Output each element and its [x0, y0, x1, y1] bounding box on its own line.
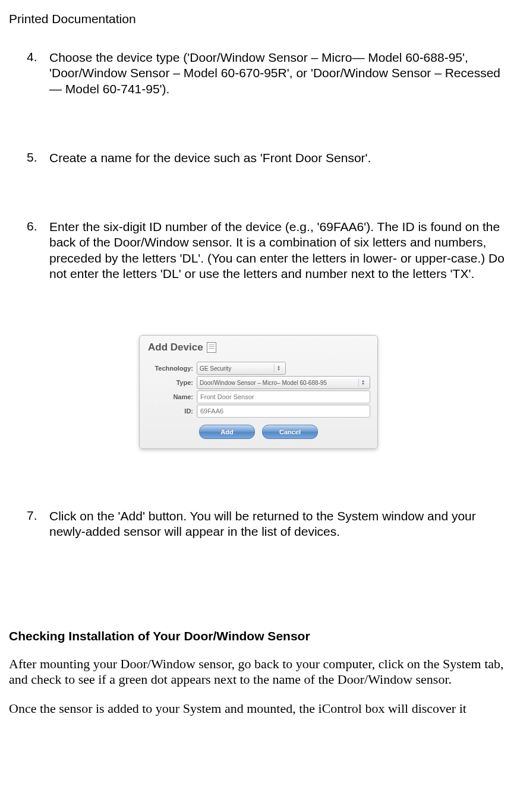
list-number: 4.	[27, 50, 49, 97]
list-text: Enter the six-digit ID number of the dev…	[49, 219, 508, 282]
select-type[interactable]: Door/Window Sensor – Micro– Model 60-688…	[197, 376, 370, 389]
select-type-value: Door/Window Sensor – Micro– Model 60-688…	[200, 380, 327, 386]
document-icon	[207, 342, 216, 353]
list-text: Create a name for the device such as 'Fr…	[49, 150, 508, 166]
row-technology: Technology: GE Security ▲▼	[147, 362, 370, 375]
label-id: ID:	[147, 407, 197, 415]
dialog-button-row: Add Cancel	[140, 425, 377, 439]
row-type: Type: Door/Window Sensor – Micro– Model …	[147, 376, 370, 389]
dialog-title-text: Add Device	[148, 342, 203, 353]
list-text: Choose the device type ('Door/Window Sen…	[49, 50, 508, 97]
list-item-6: 6. Enter the six-digit ID number of the …	[27, 219, 508, 282]
chevron-updown-icon: ▲▼	[358, 378, 367, 387]
select-technology[interactable]: GE Security ▲▼	[197, 362, 286, 375]
add-device-dialog: Add Device Technology: GE Security ▲▼ Ty…	[139, 335, 378, 449]
input-id-value: 69FAA6	[200, 407, 223, 415]
add-button[interactable]: Add	[199, 425, 255, 439]
input-name-value: Front Door Sensor	[200, 393, 254, 400]
list-item-5: 5. Create a name for the device such as …	[27, 150, 508, 166]
row-name: Name: Front Door Sensor	[147, 390, 370, 403]
select-technology-value: GE Security	[200, 365, 231, 372]
paragraph-2: Once the sensor is added to your System …	[9, 701, 508, 717]
label-name: Name:	[147, 393, 197, 400]
page-header: Printed Documentation	[9, 12, 508, 26]
input-id[interactable]: 69FAA6	[197, 405, 370, 418]
label-technology: Technology:	[147, 365, 197, 372]
list-item-7: 7. Click on the 'Add' button. You will b…	[27, 508, 508, 540]
dialog-screenshot: Add Device Technology: GE Security ▲▼ Ty…	[9, 335, 508, 449]
paragraph-1: After mounting your Door/Window sensor, …	[9, 656, 508, 688]
dialog-title: Add Device	[140, 336, 377, 361]
row-id: ID: 69FAA6	[147, 405, 370, 418]
list-number: 5.	[27, 150, 49, 166]
input-name[interactable]: Front Door Sensor	[197, 390, 370, 403]
list-text: Click on the 'Add' button. You will be r…	[49, 508, 508, 540]
label-type: Type:	[147, 379, 197, 386]
list-number: 7.	[27, 508, 49, 540]
list-number: 6.	[27, 219, 49, 282]
section-heading: Checking Installation of Your Door/Windo…	[9, 629, 508, 643]
chevron-updown-icon: ▲▼	[274, 364, 283, 372]
cancel-button[interactable]: Cancel	[262, 425, 318, 439]
list-item-4: 4. Choose the device type ('Door/Window …	[27, 50, 508, 97]
